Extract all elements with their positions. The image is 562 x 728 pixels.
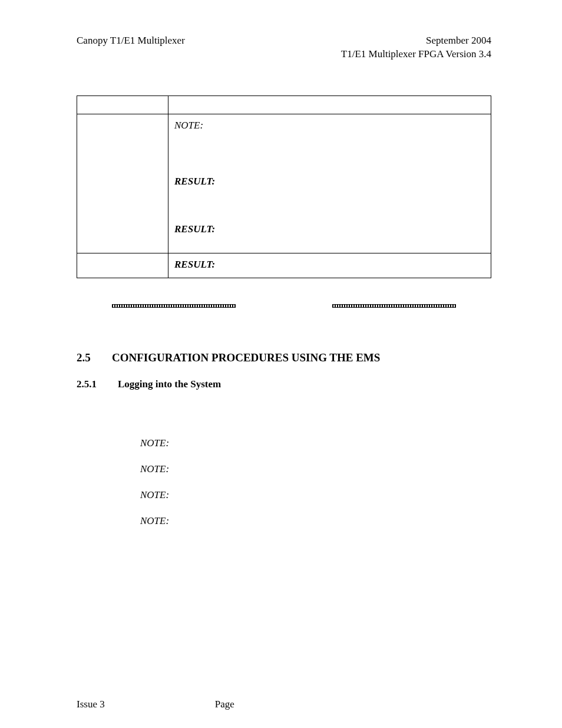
result-label: RESULT:: [174, 176, 215, 187]
table-cell: [77, 95, 168, 114]
document-page: Canopy T1/E1 Multiplexer September 2004 …: [0, 0, 562, 728]
table-cell: [77, 114, 168, 253]
subsection-heading: 2.5.1 Logging into the System: [77, 378, 491, 390]
table-row: RESULT:: [77, 253, 491, 278]
section-number: 2.5: [77, 351, 112, 364]
header-date: September 2004: [341, 34, 491, 48]
note-label: NOTE:: [140, 437, 169, 449]
table-row: [77, 95, 491, 114]
table-cell: [168, 95, 491, 114]
header-version: T1/E1 Multiplexer FPGA Version 3.4: [341, 48, 491, 61]
header-right: September 2004 T1/E1 Multiplexer FPGA Ve…: [341, 34, 491, 61]
notes-block: NOTE: NOTE: NOTE: NOTE:: [140, 437, 491, 527]
note-label: NOTE:: [174, 120, 203, 131]
footer-page: Page: [215, 699, 353, 710]
end-of-procedure-marks: [77, 304, 491, 308]
page-footer: Issue 3 Page: [77, 699, 491, 710]
subsection-title: Logging into the System: [118, 378, 221, 390]
table-cell: NOTE: RESULT: RESULT:: [168, 114, 491, 253]
result-label: RESULT:: [174, 223, 215, 235]
footer-issue: Issue 3: [77, 699, 215, 710]
section-title: CONFIGURATION PROCEDURES USING THE EMS: [112, 351, 380, 364]
table-cell: RESULT:: [168, 253, 491, 278]
note-label: NOTE:: [140, 515, 169, 526]
table-cell: [77, 253, 168, 278]
page-header: Canopy T1/E1 Multiplexer September 2004 …: [77, 34, 491, 61]
note-label: NOTE:: [140, 489, 169, 500]
procedure-table: NOTE: RESULT: RESULT: RESULT:: [77, 95, 491, 278]
section-heading: 2.5 CONFIGURATION PROCEDURES USING THE E…: [77, 351, 491, 364]
header-left: Canopy T1/E1 Multiplexer: [77, 34, 185, 61]
result-label: RESULT:: [174, 259, 215, 270]
subsection-number: 2.5.1: [77, 378, 118, 390]
divider-mark: [332, 304, 456, 308]
note-label: NOTE:: [140, 463, 169, 475]
divider-mark: [112, 304, 236, 308]
content: NOTE: RESULT: RESULT: RESULT: 2.5: [77, 95, 491, 527]
table-row: NOTE: RESULT: RESULT:: [77, 114, 491, 253]
footer-right: [353, 699, 491, 710]
